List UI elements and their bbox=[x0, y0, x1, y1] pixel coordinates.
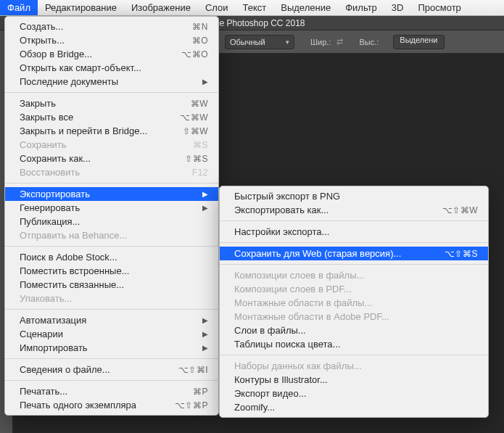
export-menu-item-16[interactable]: Экспорт видео... bbox=[220, 387, 488, 400]
export-submenu: Быстрый экспорт в PNGЭкспортировать как.… bbox=[219, 186, 489, 418]
menu-item-label: Монтажные области в файлы... bbox=[234, 297, 478, 308]
file-menu-item-24[interactable]: Сценарии▶ bbox=[5, 327, 218, 341]
file-menu-item-18[interactable]: Поиск в Adobe Stock... bbox=[5, 250, 218, 264]
menu-item-label: Слои в файлы... bbox=[234, 325, 478, 336]
menu-item-label: Таблицы поиска цвета... bbox=[234, 339, 478, 350]
export-menu-separator bbox=[220, 220, 488, 221]
file-menu-item-0[interactable]: Создать...⌘N bbox=[5, 20, 218, 33]
export-menu-item-17[interactable]: Zoomify... bbox=[220, 400, 488, 414]
menu-item-label: Закрыть все bbox=[20, 112, 162, 123]
menu-item-label: Закрыть и перейти в Bridge... bbox=[20, 125, 165, 136]
menu-item-label: Сохранить как... bbox=[20, 153, 168, 164]
menu-shortcut: F12 bbox=[192, 168, 208, 178]
menubar-item-3[interactable]: Слои bbox=[198, 0, 236, 15]
file-menu-item-14[interactable]: Генерировать▶ bbox=[5, 201, 218, 215]
menu-item-label: Обзор в Bridge... bbox=[20, 49, 164, 59]
menu-item-label: Монтажные области в Adobe PDF... bbox=[234, 311, 478, 322]
menu-item-label: Открыть... bbox=[20, 35, 175, 46]
menu-shortcut: ⌥⌘O bbox=[181, 49, 208, 59]
file-menu-item-9: Сохранить⌘S bbox=[5, 138, 218, 152]
file-menu-separator bbox=[5, 358, 218, 359]
export-menu-separator bbox=[220, 355, 488, 355]
menu-item-label: Сохранить для Web (старая версия)... bbox=[234, 248, 427, 259]
menubar-item-0[interactable]: Файл bbox=[0, 0, 38, 15]
export-menu-item-8: Композиции слоев в PDF... bbox=[220, 282, 488, 296]
menu-shortcut: ⌘S bbox=[193, 140, 208, 150]
file-menu-item-20[interactable]: Поместить связанные... bbox=[5, 278, 218, 292]
file-menu-item-27[interactable]: Сведения о файле...⌥⇧⌘I bbox=[5, 363, 218, 376]
menubar-item-5[interactable]: Выделение bbox=[273, 0, 338, 15]
file-menu-item-30[interactable]: Печать одного экземпляра⌥⇧⌘P bbox=[5, 398, 218, 412]
file-menu-separator bbox=[5, 380, 218, 381]
menu-item-label: Печатать... bbox=[20, 386, 175, 397]
menu-shortcut: ⇧⌘W bbox=[183, 126, 208, 136]
menu-item-label: Быстрый экспорт в PNG bbox=[234, 191, 478, 202]
export-menu-item-10: Монтажные области в Adobe PDF... bbox=[220, 310, 488, 323]
menu-shortcut: ⌘W bbox=[191, 99, 208, 109]
file-menu-item-29[interactable]: Печатать...⌘P bbox=[5, 384, 218, 398]
menu-item-label: Последние документы bbox=[20, 76, 185, 87]
file-menu-item-4[interactable]: Последние документы▶ bbox=[5, 75, 218, 88]
blend-mode-select[interactable]: Обычный ▾ bbox=[225, 35, 294, 49]
menubar-item-4[interactable]: Текст bbox=[236, 0, 274, 15]
menu-item-label: Импортировать bbox=[20, 342, 185, 353]
menu-shortcut: ⌥⇧⌘P bbox=[175, 400, 208, 411]
submenu-arrow-icon: ▶ bbox=[202, 344, 208, 352]
file-menu-item-3[interactable]: Открыть как смарт-объект... bbox=[5, 61, 218, 75]
menu-shortcut: ⌘O bbox=[192, 36, 208, 46]
file-menu-item-13[interactable]: Экспортировать▶ bbox=[5, 187, 218, 201]
export-menu-item-0[interactable]: Быстрый экспорт в PNG bbox=[220, 189, 488, 203]
menu-item-label: Экспорт видео... bbox=[234, 388, 478, 399]
menu-item-label: Автоматизация bbox=[20, 315, 185, 326]
file-menu-item-2[interactable]: Обзор в Bridge...⌥⌘O bbox=[5, 47, 218, 61]
file-menu-item-10[interactable]: Сохранить как...⇧⌘S bbox=[5, 152, 218, 165]
export-menu-item-9: Монтажные области в файлы... bbox=[220, 296, 488, 310]
menubar-item-6[interactable]: Фильтр bbox=[338, 0, 384, 15]
file-menu-item-8[interactable]: Закрыть и перейти в Bridge...⇧⌘W bbox=[5, 124, 218, 138]
blend-mode-label: Обычный bbox=[230, 38, 265, 46]
export-menu-item-1[interactable]: Экспортировать как...⌥⇧⌘W bbox=[220, 203, 488, 217]
menubar-item-8[interactable]: Просмотр bbox=[410, 0, 468, 15]
menu-shortcut: ⌥⇧⌘S bbox=[445, 249, 478, 259]
file-menu-separator bbox=[5, 309, 218, 310]
export-menu-item-12[interactable]: Таблицы поиска цвета... bbox=[220, 337, 488, 351]
menu-item-label: Генерировать bbox=[20, 202, 185, 213]
export-menu-item-11[interactable]: Слои в файлы... bbox=[220, 323, 488, 337]
menu-item-label: Поместить связанные... bbox=[20, 279, 208, 290]
menu-shortcut: ⌥⇧⌘W bbox=[442, 205, 478, 215]
menu-item-label: Закрыть bbox=[20, 98, 173, 109]
swap-icon[interactable]: ⇄ bbox=[336, 37, 343, 46]
menu-shortcut: ⇧⌘S bbox=[185, 154, 208, 164]
file-menu: Создать...⌘NОткрыть...⌘OОбзор в Bridge..… bbox=[4, 16, 219, 416]
menubar-item-1[interactable]: Редактирование bbox=[38, 0, 124, 15]
submenu-arrow-icon: ▶ bbox=[202, 316, 208, 324]
export-menu-separator bbox=[220, 264, 488, 265]
file-menu-item-25[interactable]: Импортировать▶ bbox=[5, 341, 218, 355]
menubar-item-7[interactable]: 3D bbox=[384, 0, 411, 15]
file-menu-item-1[interactable]: Открыть...⌘O bbox=[5, 33, 218, 47]
chevron-down-icon: ▾ bbox=[286, 38, 289, 46]
export-menu-item-15[interactable]: Контуры в Illustrator... bbox=[220, 373, 488, 387]
export-menu-separator bbox=[220, 242, 488, 243]
file-menu-item-23[interactable]: Автоматизация▶ bbox=[5, 313, 218, 327]
submenu-arrow-icon: ▶ bbox=[202, 330, 208, 338]
file-menu-separator bbox=[5, 246, 218, 247]
menu-shortcut: ⌥⌘W bbox=[180, 112, 208, 123]
menu-item-label: Поместить встроенные... bbox=[20, 265, 208, 276]
submenu-arrow-icon: ▶ bbox=[202, 78, 208, 86]
file-menu-item-7[interactable]: Закрыть все⌥⌘W bbox=[5, 110, 218, 124]
menu-item-label: Контуры в Illustrator... bbox=[234, 374, 478, 385]
file-menu-item-15[interactable]: Публикация... bbox=[5, 215, 218, 228]
export-menu-item-3[interactable]: Настройки экспорта... bbox=[220, 225, 488, 239]
menubar-item-2[interactable]: Изображение bbox=[124, 0, 198, 15]
export-menu-item-14: Наборы данных как файлы... bbox=[220, 359, 488, 373]
file-menu-item-6[interactable]: Закрыть⌘W bbox=[5, 96, 218, 110]
menu-item-label: Настройки экспорта... bbox=[234, 226, 478, 237]
menu-item-label: Упаковать... bbox=[20, 293, 208, 304]
export-menu-item-5[interactable]: Сохранить для Web (старая версия)...⌥⇧⌘S bbox=[220, 247, 488, 260]
submenu-arrow-icon: ▶ bbox=[202, 204, 208, 212]
export-menu-item-7: Композиции слоев в файлы... bbox=[220, 268, 488, 282]
file-menu-separator bbox=[5, 183, 218, 183]
file-menu-item-19[interactable]: Поместить встроенные... bbox=[5, 264, 218, 278]
select-button[interactable]: Выделени bbox=[393, 35, 444, 49]
